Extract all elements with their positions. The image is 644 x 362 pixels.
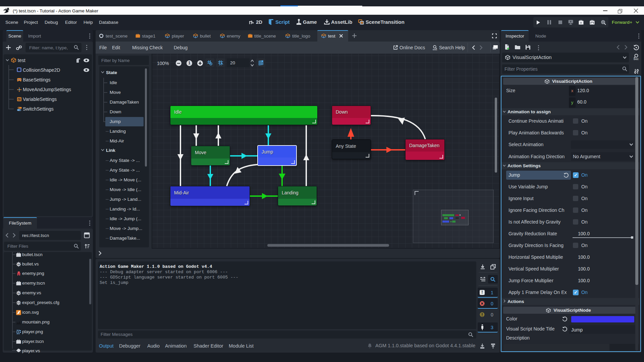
svg-text:DOC: DOC	[634, 58, 639, 60]
svg-text:vs: vs	[17, 292, 20, 294]
svg-text:DOC: DOC	[433, 49, 437, 51]
svg-text:TXT: TXT	[17, 302, 20, 304]
svg-text:vs: vs	[17, 263, 20, 265]
